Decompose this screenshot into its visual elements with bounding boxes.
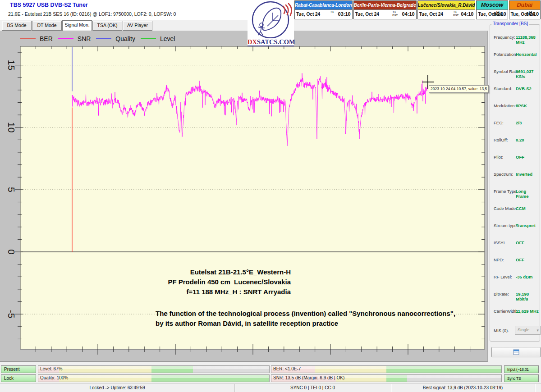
svg-text:10: 10 (6, 122, 17, 132)
field-value: Transport (516, 223, 536, 228)
bar-zone-green (386, 366, 501, 373)
bar-zone-yellow (336, 375, 386, 382)
clock-utc-offset: +1 (330, 10, 334, 14)
transponder-field-pilot: Pilot:OFF (490, 155, 540, 161)
legend-label: Quality (115, 35, 135, 42)
field-value: Long Frame (516, 189, 540, 199)
field-value: OFF (516, 257, 524, 262)
app-window: TBS 5927 USB DVB-S2 Tuner 21.6E - Eutels… (0, 0, 541, 392)
field-label: ISSYI (494, 240, 504, 245)
transponder-field-rolloff: RollOff:0.20 (490, 137, 540, 144)
bar-zone-green (386, 375, 407, 382)
field-value: 2/3 (516, 120, 522, 125)
bar-zone-pink (271, 366, 315, 373)
bar-zone-yellow (59, 375, 151, 382)
clock-time-value: 06:10 (526, 11, 539, 17)
badge-sync-ts: Sync TS (504, 374, 539, 382)
field-label: Code Mode: (494, 206, 517, 211)
mis-select[interactable]: Single ▾ (515, 326, 541, 335)
field-label: Stream type: (494, 223, 518, 228)
svg-text:0: 0 (6, 249, 17, 255)
clock-utc-offset: +1 (453, 10, 457, 14)
bar-zone-green (151, 366, 193, 373)
bar-quality: Quality: 100% (38, 374, 270, 382)
ts-data-button[interactable] (491, 347, 541, 357)
chart-tooltip: 2023-10-24 04.10.57, value: 13,5 (429, 85, 489, 93)
clock-time-row: Tue, Oct 24+3DST06:10 (477, 10, 507, 19)
field-value: Inverted (516, 172, 532, 177)
transponder-field-polarization: Polarization:Horizontal (490, 52, 540, 58)
clock-date: Tue, Oct 24 (296, 12, 320, 17)
transponder-field-rf-level: RF Level:-35 dBm (490, 274, 540, 281)
legend-item-ber: BER (20, 35, 53, 42)
tab-signal-mon[interactable]: Signal Mon. (62, 20, 92, 31)
field-value: -35 dBm (516, 274, 532, 279)
transponder-groupbox: Frequency:11188,368 MHzPolarization:Hori… (490, 24, 540, 342)
legend-label: BER (40, 35, 53, 42)
status-lock-uptime: Locked -> Uptime: 63:49:59 (0, 384, 235, 392)
legend-line-quality (96, 38, 111, 39)
transponder-field-spectrum: Spectrum:Inverted (490, 172, 540, 178)
clock-dst-flag: DST (392, 14, 398, 17)
annotation-line: PF Prodelin 450 cm_Lucenec/Slovakia (135, 277, 291, 287)
legend-line-level (141, 38, 156, 39)
field-label: CarrierWidth: (494, 309, 519, 314)
legend-label: SNR (78, 35, 91, 42)
satellite-dish-icon (248, 0, 294, 38)
transponder-field-issyi: ISSYIOFF (490, 240, 540, 246)
transponder-field-stream-type: Stream type:Transport (490, 223, 540, 229)
clock-time-value: 06:10 (494, 11, 506, 17)
transponder-field-modulation: Modulation:8PSK (490, 103, 540, 109)
tab-dt-mode[interactable]: DT Mode (32, 21, 62, 31)
field-label: Frame Type: (494, 189, 518, 194)
field-value: OFF (516, 240, 524, 245)
field-label: Spectrum: (494, 172, 513, 177)
logo-text: DXSATCS.COM (248, 38, 294, 46)
legend-line-ber (20, 38, 36, 39)
field-value: 8PSK (516, 103, 527, 108)
bar-zone-pink (38, 375, 59, 382)
field-value: DVB-S2 (516, 86, 532, 91)
bar-level: Level: 67% (38, 365, 270, 373)
clock-city-label: Moscow (477, 1, 507, 10)
transponder-field-frame-type: Frame Type:Long Frame (490, 189, 540, 195)
tab-tsa-ok[interactable]: TSA (OK) (92, 21, 122, 31)
app-subtitle: 21.6E - Eutelsat 21B SES 16 (ID: 0216) @… (8, 11, 176, 17)
clock-time-row: Tue, Oct 24+1DST04:10 (418, 10, 475, 19)
clock-dubai: DubaiTue, Oct 24+406:10 (509, 0, 541, 19)
transponder-group-title: Transponder [BS] (491, 21, 529, 26)
clock-time-row: Tue, Oct 24+406:10 (509, 10, 540, 19)
field-value: 9691,037 KS/s (516, 69, 540, 79)
field-label: Standard: (494, 86, 512, 91)
bar-zone-gray (193, 366, 269, 373)
annotation-reception-info: Eutelsat 21B-21.5°E_Western-HPF Prodelin… (135, 267, 291, 297)
transponder-field-standard: Standard:DVB-S2 (490, 86, 540, 92)
clock-lu-enec-slovakia-r-d-vid: Lučenec/Slovakia_R.DávidTue, Oct 24+1DST… (417, 0, 476, 19)
field-value: 11188,368 MHz (516, 35, 540, 45)
tab-bs-mode[interactable]: BS Mode (2, 21, 32, 31)
transponder-field-carrierwidth: CarrierWidth:11,629 MHz (490, 309, 540, 315)
field-value: OFF (516, 155, 524, 160)
clock-utc-offset: +1 (392, 10, 396, 14)
tab-av-player[interactable]: AV Player (123, 21, 152, 31)
field-value: Horizontal (516, 52, 536, 57)
chart-legend: BERSNRQualityLevel (20, 34, 175, 43)
tab-bar: BS ModeDT ModeSignal Mon.TSA (OK)AV Play… (0, 20, 487, 31)
field-label: Frequency: (494, 35, 515, 40)
svg-text:15: 15 (6, 60, 17, 70)
bar-zone-gray (407, 375, 501, 382)
clock-time-row: Tue, Oct 24+1DST04:10 (354, 10, 416, 19)
transponder-sidebar: Transponder [BS] Frequency:11188,368 MHz… (488, 20, 541, 362)
clock-rabat-casablanca-london: Rabat-Casablanca-LondonTue, Oct 24+103:1… (294, 0, 353, 19)
mis-value: Single (518, 327, 529, 332)
transponder-field-npd: NPD:OFF (490, 257, 540, 264)
legend-line-snr (58, 38, 73, 39)
field-label: NPD: (494, 257, 504, 262)
svg-text:-5: -5 (6, 310, 17, 319)
legend-item-quality: Quality (96, 35, 135, 42)
field-label: Pilot: (494, 155, 503, 160)
bar-zone-pink (38, 366, 59, 373)
transponder-field-fec: FEC:2/3 (490, 120, 540, 127)
annotation-invention-note: The function of the technological proces… (156, 309, 471, 328)
mis-label: MIS (0): (494, 328, 509, 333)
